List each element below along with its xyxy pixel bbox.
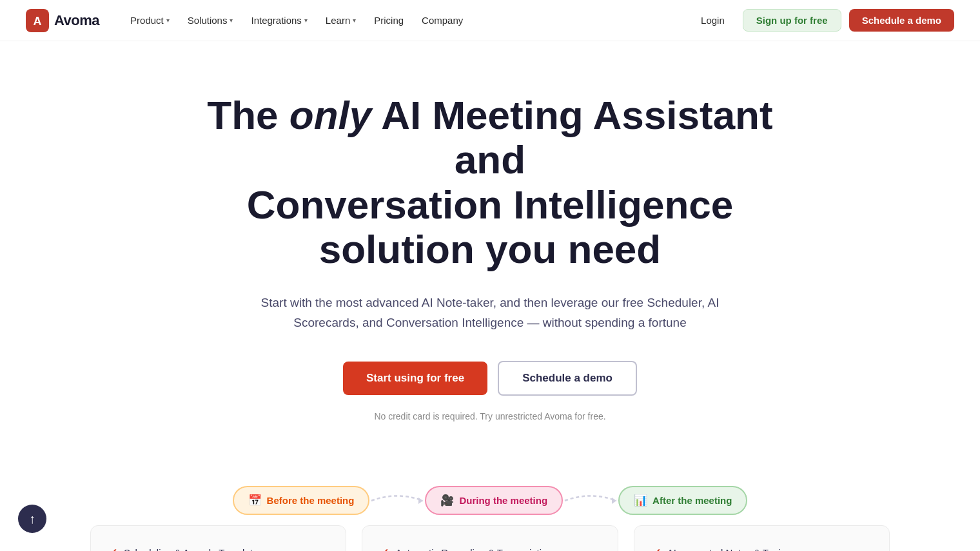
- feature-item-label: Scheduling & Agenda Templates: [124, 547, 263, 551]
- svg-marker-3: [612, 498, 616, 504]
- check-icon: ✓: [380, 546, 389, 551]
- feature-list-after: ✓ AI-generated Notes & Topics ✓ Conversa…: [652, 546, 871, 551]
- nav-item-learn[interactable]: Learn ▾: [318, 10, 364, 31]
- hero-title: The only AI Meeting Assistant andConvers…: [200, 93, 780, 272]
- hero-note: No credit card is required. Try unrestri…: [374, 411, 605, 421]
- hero-subtitle: Start with the most advanced AI Note-tak…: [258, 293, 722, 333]
- nav-left: A Avoma Product ▾ Solutions ▾ Integratio…: [26, 9, 471, 32]
- nav-item-company[interactable]: Company: [414, 10, 471, 31]
- chevron-up-icon: ↑: [29, 512, 35, 527]
- arrow-before-during: [368, 488, 426, 514]
- feature-list-before: ✓ Scheduling & Agenda Templates ✓ Agenda…: [109, 546, 328, 551]
- features-grid: ✓ Scheduling & Agenda Templates ✓ Agenda…: [90, 515, 890, 551]
- schedule-demo-nav-button[interactable]: Schedule a demo: [849, 9, 954, 32]
- nav-label-learn: Learn: [326, 15, 350, 26]
- nav-item-pricing[interactable]: Pricing: [366, 10, 411, 31]
- start-free-button[interactable]: Start using for free: [343, 362, 487, 395]
- nav-label-product: Product: [130, 15, 164, 26]
- feature-pills-row: 📅 Before the meeting 🎥 During the meetin…: [90, 486, 890, 515]
- nav-item-integrations[interactable]: Integrations ▾: [243, 10, 315, 31]
- nav-item-product[interactable]: Product ▾: [122, 10, 177, 31]
- chevron-down-icon: ▾: [304, 17, 308, 24]
- hero-section: The only AI Meeting Assistant andConvers…: [0, 41, 980, 447]
- video-icon: 🎥: [440, 494, 454, 507]
- feature-card-during: ✓ Automatic Recording & Transcription ✓ …: [362, 525, 618, 551]
- pill-after-label: After the meeting: [652, 495, 732, 506]
- check-icon: ✓: [109, 546, 117, 551]
- signup-button[interactable]: Sign up for free: [743, 9, 841, 32]
- chart-icon: 📊: [634, 494, 647, 507]
- list-item: ✓ Scheduling & Agenda Templates: [109, 546, 328, 551]
- nav-label-company: Company: [422, 15, 463, 26]
- feature-item-label: Automatic Recording & Transcription: [395, 547, 552, 551]
- list-item: ✓ AI-generated Notes & Topics: [652, 546, 871, 551]
- nav-right: Login Sign up for free Schedule a demo: [691, 9, 954, 32]
- logo[interactable]: A Avoma: [26, 9, 99, 32]
- svg-text:A: A: [34, 15, 42, 28]
- feature-item-label: AI-generated Notes & Topics: [667, 547, 790, 551]
- pill-before-label: Before the meeting: [267, 495, 355, 506]
- pill-after[interactable]: 📊 After the meeting: [618, 486, 747, 515]
- chevron-down-icon: ▾: [230, 17, 233, 24]
- arrow-during-after: [562, 488, 620, 514]
- pill-before[interactable]: 📅 Before the meeting: [233, 486, 370, 515]
- nav-label-integrations: Integrations: [251, 15, 301, 26]
- nav-links: Product ▾ Solutions ▾ Integrations ▾ Lea…: [122, 10, 471, 31]
- pill-during[interactable]: 🎥 During the meeting: [425, 486, 563, 515]
- svg-marker-2: [418, 498, 423, 504]
- login-button[interactable]: Login: [691, 10, 735, 31]
- nav-label-pricing: Pricing: [374, 15, 404, 26]
- navbar: A Avoma Product ▾ Solutions ▾ Integratio…: [0, 0, 980, 41]
- features-section: 📅 Before the meeting 🎥 During the meetin…: [64, 447, 916, 551]
- scroll-up-button[interactable]: ↑: [18, 505, 46, 533]
- nav-label-solutions: Solutions: [188, 15, 228, 26]
- logo-text: Avoma: [54, 12, 99, 29]
- feature-list-during: ✓ Automatic Recording & Transcription ✓ …: [380, 546, 599, 551]
- check-icon: ✓: [652, 546, 661, 551]
- chevron-down-icon: ▾: [353, 17, 356, 24]
- list-item: ✓ Automatic Recording & Transcription: [380, 546, 599, 551]
- chevron-down-icon: ▾: [166, 17, 170, 24]
- nav-item-solutions[interactable]: Solutions ▾: [180, 10, 241, 31]
- feature-card-before: ✓ Scheduling & Agenda Templates ✓ Agenda…: [90, 525, 346, 551]
- feature-card-after: ✓ AI-generated Notes & Topics ✓ Conversa…: [634, 525, 890, 551]
- schedule-demo-button[interactable]: Schedule a demo: [498, 361, 637, 396]
- cta-row: Start using for free Schedule a demo: [343, 361, 637, 396]
- logo-icon: A: [26, 9, 49, 32]
- calendar-icon: 📅: [248, 494, 262, 507]
- pill-during-label: During the meeting: [459, 495, 547, 506]
